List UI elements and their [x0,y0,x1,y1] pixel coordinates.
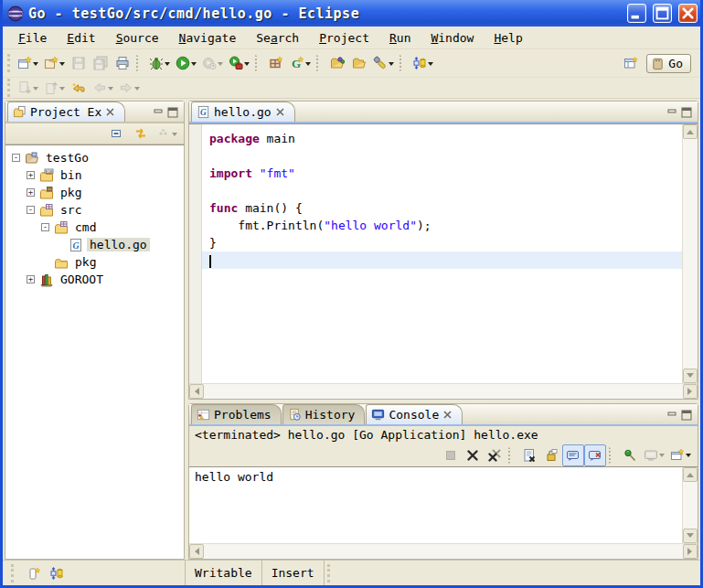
clear-console-button[interactable] [518,444,540,466]
menu-bar: FileEditSourceNavigateSearchProjectRunWi… [3,27,700,49]
save-button[interactable] [68,52,90,74]
tree-item-hello-go[interactable]: G hello.go [5,236,184,253]
previous-annotation-button[interactable] [41,77,68,99]
last-edit-location-button[interactable] [68,77,90,99]
code-line[interactable]: func main() { [202,199,682,217]
menu-window[interactable]: Window [422,29,482,47]
tab-project-explorer[interactable]: Project Ex [7,102,125,122]
expander-icon[interactable]: + [27,171,35,179]
open-resource-button[interactable] [348,52,370,74]
code-line[interactable]: package main [202,130,682,147]
display-console-button[interactable] [641,444,667,466]
code-line[interactable] [202,182,682,199]
code-line[interactable]: fmt.Println("hello world"); [202,217,682,234]
tree-item-src[interactable]: - src [5,201,184,219]
launch-control-button[interactable] [46,564,68,583]
console-output[interactable]: hello world [189,467,682,543]
show-stdout-changed-button[interactable] [562,444,584,466]
search-button[interactable] [370,52,397,74]
external-tools-button[interactable] [226,52,252,74]
close-icon[interactable] [275,107,285,117]
forward-button[interactable] [116,77,143,99]
link-with-editor-button[interactable] [130,123,152,144]
close-icon[interactable] [105,107,115,117]
expander-icon[interactable]: - [12,154,20,162]
console-vertical-scrollbar[interactable] [682,467,698,543]
tab-history[interactable]: History [282,404,366,424]
expander-icon[interactable]: + [27,275,35,283]
maximize-button[interactable] [653,4,672,23]
navigation-toolbar [3,78,700,99]
new-go-package-button[interactable] [265,52,287,74]
minimize-view-button[interactable] [667,107,678,118]
maximize-view-button[interactable] [167,107,178,118]
code-line[interactable] [202,147,682,165]
tree-item-goroot[interactable]: + GOROOT [5,271,184,288]
menu-navigate[interactable]: Navigate [171,29,245,47]
tree-item-cmd[interactable]: - cmd [5,219,184,236]
menu-run[interactable]: Run [381,29,419,47]
close-button[interactable] [678,4,698,23]
print-button[interactable] [112,52,133,74]
expander-icon[interactable]: - [41,223,49,231]
tree-item-testgo[interactable]: - testGo [5,149,184,166]
console-horizontal-scrollbar[interactable] [189,543,698,559]
menu-help[interactable]: Help [485,29,530,47]
remove-all-launches-button[interactable] [484,444,506,466]
save-all-button[interactable] [90,52,112,74]
tab-hello-go[interactable]: G hello.go [191,102,295,122]
new-go-element-button[interactable] [41,52,68,74]
editor-horizontal-scrollbar[interactable] [189,383,698,399]
menu-search[interactable]: Search [248,29,307,47]
debug-button[interactable] [146,52,173,74]
menu-project[interactable]: Project [311,29,378,47]
menu-edit[interactable]: Edit [59,29,103,47]
minimize-view-button[interactable] [154,107,165,118]
scroll-down-icon [683,529,698,543]
collapse-all-button[interactable] [106,123,128,144]
minimize-view-button[interactable] [667,410,678,421]
maximize-view-button[interactable] [681,107,692,118]
minimize-button[interactable] [627,4,646,23]
expander-icon[interactable]: + [27,188,35,197]
tree-item-pkg[interactable]: + pkg [5,184,184,201]
collapse-all-icon [110,126,124,141]
editor-vertical-scrollbar[interactable] [682,124,698,383]
view-menu-button[interactable] [154,123,180,144]
scroll-up-icon [683,467,698,482]
display-console-icon [644,448,658,463]
show-stdout-icon [566,448,581,463]
open-console-button[interactable] [667,444,694,466]
launch-config-button[interactable] [410,52,436,74]
code-line[interactable]: } [202,234,682,251]
code-line[interactable]: import "fmt" [202,165,682,182]
tree-item-src-pkg[interactable]: pkg [5,253,184,271]
maximize-view-button[interactable] [681,410,692,421]
remove-launch-button[interactable] [462,444,484,466]
open-go-element-button[interactable] [326,52,348,74]
back-button[interactable] [90,77,116,99]
fast-view-button[interactable] [24,564,46,583]
menu-source[interactable]: Source [108,29,167,47]
code-line[interactable] [202,251,682,269]
titlebar[interactable]: Go - testGo/src/cmd/hello.go - Eclipse [3,0,700,27]
run-last-tool-button[interactable] [199,52,226,74]
pin-console-button[interactable] [619,444,641,466]
open-perspective-button[interactable] [620,52,642,74]
close-icon[interactable] [442,410,453,420]
code-editor[interactable]: package mainimport "fmt"func main() { fm… [202,124,682,383]
new-go-type-button[interactable]: G [287,52,314,74]
tree-item-bin[interactable]: + 010 bin [5,166,184,184]
menu-file[interactable]: File [10,29,55,47]
tab-problems[interactable]: Problems [191,404,282,424]
scroll-lock-button[interactable] [540,444,562,466]
next-annotation-button[interactable] [15,77,41,99]
expander-icon[interactable]: - [27,206,35,214]
new-button[interactable] [15,52,41,74]
tab-console[interactable]: Console [366,404,463,424]
run-button[interactable] [173,52,199,74]
last-edit-icon [71,80,86,95]
show-stderr-changed-button[interactable] [584,444,606,466]
terminate-button[interactable] [440,444,462,466]
go-perspective-button[interactable]: Go [646,54,691,73]
